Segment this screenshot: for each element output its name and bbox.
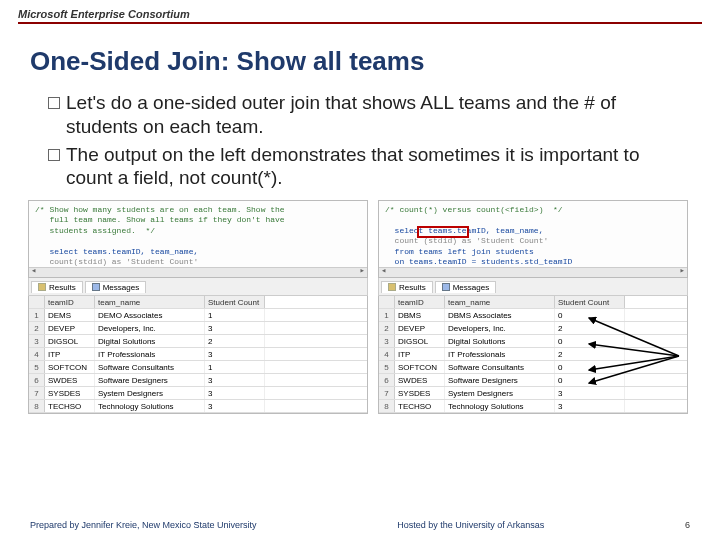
table-row[interactable]: 4ITPIT Professionals3 [29,348,367,361]
row-number: 5 [379,361,395,373]
col-header[interactable]: teamID [45,296,95,308]
results-grid-left: teamID team_name Student Count 1DEMSDEMO… [28,296,368,414]
cell: 3 [205,400,265,412]
cell: SOFTCON [395,361,445,373]
code-line: as 'Student Count' [457,236,548,245]
tab-messages[interactable]: Messages [85,281,146,293]
row-number: 1 [29,309,45,321]
cell: Software Designers [445,374,555,386]
sql-editor-right[interactable]: /* count(*) versus count(<field>) */ sel… [378,200,688,278]
tab-messages[interactable]: Messages [435,281,496,293]
table-row[interactable]: 7SYSDESSystem Designers3 [29,387,367,400]
col-header[interactable]: Student Count [555,296,625,308]
page-number: 6 [685,520,690,530]
code-comment: full team name. Show all teams if they d… [35,215,285,224]
header: Microsoft Enterprise Consortium [0,0,720,28]
table-row[interactable]: 7SYSDESSystem Designers3 [379,387,687,400]
cell: Technology Solutions [445,400,555,412]
cell: SYSDES [45,387,95,399]
code-comment: /* Show how many students are on each te… [35,205,285,214]
cell: IT Professionals [445,348,555,360]
cell: DEVEP [395,322,445,334]
cell: 1 [205,361,265,373]
row-number: 1 [379,309,395,321]
cell: DIGSOL [45,335,95,347]
table-row[interactable]: 6SWDESSoftware Designers3 [29,374,367,387]
bullet-icon [48,149,60,161]
tab-label: Messages [453,283,489,292]
cell: 3 [205,387,265,399]
cell: 0 [555,374,625,386]
cell: SWDES [45,374,95,386]
cell: DIGSOL [395,335,445,347]
table-row[interactable]: 2DEVEPDevelopers, Inc.3 [29,322,367,335]
cell: Software Designers [95,374,205,386]
col-header[interactable]: teamID [395,296,445,308]
result-tabstrip: Results Messages [28,278,368,296]
row-number: 6 [29,374,45,386]
cell: IT Professionals [95,348,205,360]
table-row[interactable]: 6SWDESSoftware Designers0 [379,374,687,387]
table-row[interactable]: 1DEMSDEMO Associates1 [29,309,367,322]
left-panel: /* Show how many students are on each te… [28,200,368,414]
cell: 3 [205,374,265,386]
cell: 2 [555,322,625,334]
code-line: select teams.teamID, team_name, [49,247,198,256]
panels: /* Show how many students are on each te… [0,194,720,414]
cell: 0 [555,335,625,347]
code-line: count(stdid) as 'Student Count' [49,257,198,266]
cell: ITP [45,348,95,360]
row-number: 8 [29,400,45,412]
row-number: 7 [29,387,45,399]
cell: 1 [205,309,265,321]
row-number: 5 [29,361,45,373]
horizontal-scrollbar[interactable] [379,267,687,277]
table-row[interactable]: 4ITPIT Professionals2 [379,348,687,361]
right-panel: /* count(*) versus count(<field>) */ sel… [378,200,688,414]
slide-title: One-Sided Join: Show all teams [30,46,720,77]
message-icon [92,283,100,291]
highlight-rectangle [417,226,469,238]
col-header[interactable]: Student Count [205,296,265,308]
table-row[interactable]: 8TECHSOTechnology Solutions3 [379,400,687,413]
tab-results[interactable]: Results [31,281,83,293]
table-row[interactable]: 2DEVEPDevelopers, Inc.2 [379,322,687,335]
brand-text: Microsoft Enterprise Consortium [18,8,702,20]
cell: Developers, Inc. [95,322,205,334]
table-row[interactable]: 8TECHSOTechnology Solutions3 [29,400,367,413]
code-line: from teams left join students [395,247,534,256]
table-row[interactable]: 1DBMSDBMS Associates0 [379,309,687,322]
grid-header-row: teamID team_name Student Count [379,296,687,309]
row-number: 3 [379,335,395,347]
cell: 2 [555,348,625,360]
cell: 2 [205,335,265,347]
row-number: 6 [379,374,395,386]
header-rule [18,22,702,24]
cell: Digital Solutions [95,335,205,347]
tab-label: Results [49,283,76,292]
bullet-text: Let's do a one-sided outer join that sho… [66,91,680,139]
tab-results[interactable]: Results [381,281,433,293]
horizontal-scrollbar[interactable] [29,267,367,277]
cell: ITP [395,348,445,360]
cell: 0 [555,309,625,321]
sql-editor-left[interactable]: /* Show how many students are on each te… [28,200,368,278]
tab-label: Results [399,283,426,292]
row-header-blank [29,296,45,308]
table-row[interactable]: 5SOFTCONSoftware Consultants0 [379,361,687,374]
cell: System Designers [95,387,205,399]
grid-icon [38,283,46,291]
cell: System Designers [445,387,555,399]
col-header[interactable]: team_name [95,296,205,308]
table-row[interactable]: 3DIGSOLDigital Solutions2 [29,335,367,348]
cell: TECHSO [395,400,445,412]
result-tabstrip: Results Messages [378,278,688,296]
table-row[interactable]: 3DIGSOLDigital Solutions0 [379,335,687,348]
col-header[interactable]: team_name [445,296,555,308]
row-number: 4 [379,348,395,360]
grid-header-row: teamID team_name Student Count [29,296,367,309]
table-row[interactable]: 5SOFTCONSoftware Consultants1 [29,361,367,374]
cell: DEMS [45,309,95,321]
results-grid-right: teamID team_name Student Count 1DBMSDBMS… [378,296,688,414]
message-icon [442,283,450,291]
